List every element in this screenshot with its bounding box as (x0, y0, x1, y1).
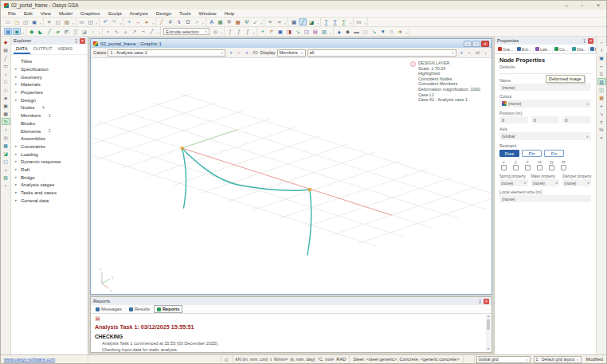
dof-checkbox-zz[interactable] (561, 165, 566, 170)
copy-tool-icon[interactable]: ▤ (311, 28, 319, 35)
expand-arrow-icon[interactable]: ▸ (15, 190, 21, 194)
tree-item-blocks[interactable]: Blocks (11, 119, 88, 127)
expand-arrow-icon[interactable]: ▸ (15, 98, 21, 102)
pattern-tool-icon[interactable]: ▧ (2, 174, 10, 181)
dof-checkbox-z[interactable] (525, 165, 531, 170)
sum-dynamic-icon[interactable]: ∑ (331, 18, 339, 25)
mesh-coarsen-icon[interactable]: ◆ (344, 28, 352, 35)
omega-tool-icon[interactable]: Ω (184, 18, 192, 25)
expand-arrow-icon[interactable]: ▸ (15, 67, 21, 71)
case-select[interactable]: 1 : Analysis case 1 ∨ (108, 49, 225, 57)
mass-property-select[interactable]: (none)∨ (531, 179, 560, 186)
tree-item-design[interactable]: ▸Design (11, 96, 88, 104)
sculpt-areas-icon[interactable]: ▰ (54, 28, 62, 35)
angle-tool-icon[interactable]: ¬ (2, 166, 10, 173)
expand-arrow-icon[interactable]: ▸ (15, 82, 21, 86)
split-tool-icon[interactable]: ¬ (139, 28, 147, 35)
move-entity-icon[interactable]: → (134, 18, 142, 25)
tree-item-bridge[interactable]: ▸Bridge (11, 173, 88, 181)
sync-views-button[interactable]: ↕ (482, 49, 489, 57)
tree-item-materials[interactable]: ▸Materials (11, 80, 88, 88)
text-cursor-icon[interactable]: I (597, 46, 606, 53)
open-file-icon[interactable]: ◳ (13, 18, 21, 25)
tab-ent[interactable]: Ent... (515, 46, 534, 53)
psi-tool-icon[interactable]: Ψ (243, 18, 251, 25)
titles-tool-icon[interactable]: ▤ (2, 46, 10, 53)
print-preview-icon[interactable]: ◫ (87, 18, 95, 25)
explorer-pane-icon[interactable]: ◆ (2, 38, 10, 45)
copy-report-icon[interactable]: ▤ (95, 315, 100, 321)
tree-item-titles[interactable]: Titles (11, 57, 88, 65)
pointer-icon[interactable]: ∗ (143, 18, 151, 25)
mirror-tool-icon[interactable]: ▣ (276, 28, 284, 35)
mesh-flip-icon[interactable]: ▼ (379, 28, 387, 35)
expand-arrow-icon[interactable]: ▸ (15, 75, 21, 79)
check-tool-icon[interactable]: ↙ (252, 18, 260, 25)
sum-static-icon[interactable]: ∑ (323, 18, 331, 25)
scroll-down-icon[interactable]: ▼ (487, 347, 489, 351)
gear-icon[interactable]: ⊙ (225, 357, 229, 362)
select-elements-icon[interactable]: ▒ (72, 28, 80, 35)
tree-item-assemblies[interactable]: Assemblies (11, 135, 88, 143)
restraint-fix-button[interactable]: Fix (544, 150, 564, 157)
graphic-view-icon[interactable]: ╱ (299, 18, 307, 25)
mesh-star-icon[interactable]: ∗ (397, 28, 405, 35)
tree-item-nodes[interactable]: Nodes4 (11, 104, 88, 112)
tree-item-analysis-stages[interactable]: ▸Analysis stages (11, 181, 88, 189)
tab-co[interactable]: Co... (553, 46, 570, 53)
cut-icon[interactable]: ✕ (45, 18, 53, 25)
label-display-icon[interactable]: ▣ (597, 54, 606, 61)
add-area-icon[interactable]: ▵ (122, 28, 130, 35)
add-entity-icon[interactable]: + (125, 18, 133, 25)
menu-graphics[interactable]: Graphics (76, 10, 104, 16)
columns-view-icon[interactable]: ≍ (275, 18, 283, 25)
expand-case-button[interactable]: + (243, 49, 250, 57)
name-field[interactable]: (none) (499, 84, 591, 91)
units-segment[interactable]: kN (m, mm, cm) t N/mm² (s, min, day) °C … (233, 355, 350, 363)
select-members-icon[interactable]: ◪ (80, 28, 88, 35)
paste-icon[interactable]: ▨ (63, 18, 71, 25)
translate-tool-icon[interactable]: + (259, 28, 267, 35)
display-select[interactable]: Members ∨ (277, 49, 306, 57)
sculpt-lines-icon[interactable]: ╱ (45, 28, 53, 35)
tree-item-constraints[interactable]: ▸Constraints (11, 143, 88, 151)
contour-display-icon[interactable]: ◫ (597, 86, 606, 93)
orbit-mode-icon[interactable]: ◉ (13, 28, 21, 35)
tree-item-tasks-and-cases[interactable]: ▸Tasks and cases (11, 189, 88, 197)
tree-item-general-data[interactable]: ▸General data (11, 196, 88, 204)
tab-messages[interactable]: Messages (92, 305, 125, 313)
sculpt-elements-icon[interactable]: ◣ (37, 28, 45, 35)
sculpt-nodes-icon[interactable]: ◆ (28, 28, 36, 35)
menu-analysis[interactable]: Analysis (126, 10, 152, 16)
explorer-close-icon[interactable]: × (80, 38, 85, 44)
filter-select[interactable]: all ∨ (307, 49, 456, 57)
box-select-icon[interactable]: □ (2, 78, 10, 85)
draw-tool-icon[interactable]: ╱ (2, 54, 10, 61)
position-field-x[interactable]: 0 (499, 116, 528, 123)
scale-tool-icon[interactable]: ↘ (294, 28, 302, 35)
position-field-z[interactable]: 0 (562, 116, 591, 123)
pin-icon[interactable]: ↧ (478, 299, 482, 304)
tree-item-properties[interactable]: ▸Properties (11, 88, 88, 96)
menu-view[interactable]: View (37, 10, 55, 16)
diamond-select-icon[interactable]: ◇ (2, 86, 10, 93)
menu-tools[interactable]: Tools (175, 10, 194, 16)
mesh-diamond-icon[interactable]: ◇ (388, 28, 396, 35)
undo-icon[interactable]: ↶ (101, 18, 109, 25)
corner-tool-icon[interactable]: ◪ (2, 150, 10, 157)
add-case-button[interactable]: + (227, 49, 234, 57)
reports-close-icon[interactable]: × (484, 299, 489, 304)
resize-view-icon[interactable]: ↔ (597, 38, 606, 45)
table-view-icon[interactable]: ▦ (290, 18, 298, 25)
add-view-button[interactable]: + (458, 49, 465, 57)
menu-file[interactable]: File (4, 10, 20, 16)
window-close-button[interactable]: × (593, 2, 603, 8)
add-node-icon[interactable]: ∘ (104, 28, 112, 35)
spring-property-select[interactable]: (none)∨ (499, 179, 528, 186)
mesh-refine-icon[interactable]: ▲ (335, 28, 343, 35)
materials-segment[interactable]: Steel: <steel generic>, Concrete: <gener… (350, 355, 463, 363)
tab-gra[interactable]: Gra... (496, 46, 515, 53)
extrude-arrow-icon[interactable]: ↗ (131, 28, 139, 35)
expand-arrow-icon[interactable]: ▸ (15, 144, 21, 148)
expand-arrow-icon[interactable]: ▸ (15, 152, 21, 156)
